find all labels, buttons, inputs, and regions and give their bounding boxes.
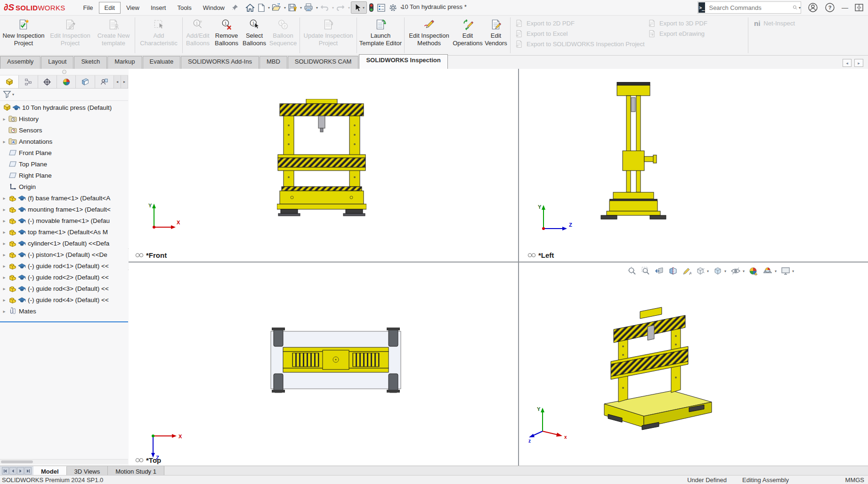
expand-arrow-icon[interactable]: ▸ (0, 263, 8, 269)
expand-arrow-icon[interactable]: ▸ (0, 218, 8, 223)
apply-scene-icon[interactable]: ▾ (763, 266, 777, 276)
tab-solidworks-inspection[interactable]: SOLIDWORKS Inspection (359, 54, 447, 69)
undo-button[interactable] (319, 2, 330, 13)
viewport-vertical-splitter[interactable] (518, 69, 519, 466)
model-tab[interactable]: Model (33, 466, 67, 476)
expand-arrow-icon[interactable]: ▸ (0, 297, 8, 303)
select-tool-button[interactable]: ▾ (351, 1, 367, 14)
tree-item-annotations[interactable]: ▸ Annotations (0, 136, 128, 147)
tree-item-sensors[interactable]: Sensors (0, 124, 128, 136)
search-icon[interactable] (793, 4, 798, 11)
new-document-caret[interactable]: ▾ (268, 6, 270, 10)
tree-item-top-plane[interactable]: Top Plane (0, 158, 128, 170)
panel-horizontal-scrollbar[interactable] (0, 459, 128, 464)
tree-item-right-plane[interactable]: Right Plane (0, 170, 128, 181)
tree-item-history[interactable]: ▸ History (0, 113, 128, 124)
open-button[interactable] (271, 2, 282, 13)
display-style-icon[interactable]: ▾ (713, 266, 726, 276)
tree-item-base-frame[interactable]: ▸ (f) base frame<1> (Default<A (0, 192, 128, 204)
home-button[interactable] (244, 2, 256, 14)
search-commands-box[interactable]: >_ ▾ (698, 1, 801, 14)
section-view-icon[interactable] (668, 266, 678, 276)
tree-item-mates[interactable]: ▸ Mates (0, 305, 128, 317)
tree-item-guide-rod-3[interactable]: ▸ (-) guide rod<3> (Default) << (0, 283, 128, 294)
tree-item-cylinder[interactable]: ▸ cylinder<1> (Default) <<Defa (0, 238, 128, 249)
expand-arrow-icon[interactable]: ▸ (0, 275, 8, 280)
select-tool-caret[interactable]: ▾ (363, 6, 365, 10)
tab-assembly[interactable]: Assembly (0, 56, 41, 69)
pane-previous-icon[interactable]: ◂ (843, 59, 852, 67)
motion-study-tab[interactable]: Motion Study 1 (108, 466, 164, 476)
tree-rollback-bar[interactable] (0, 321, 128, 322)
filter-funnel-icon[interactable] (3, 90, 11, 98)
tab-sketch[interactable]: Sketch (74, 56, 107, 69)
redo-button[interactable] (335, 2, 346, 13)
expand-arrow-icon[interactable]: ▸ (0, 207, 8, 212)
panel-tabs-scroll-left[interactable]: ◂ (114, 75, 121, 88)
tab-solidworks-addins[interactable]: SOLIDWORKS Add-Ins (181, 56, 259, 69)
new-inspection-project-button[interactable]: New Inspection Project (0, 16, 47, 55)
menu-view[interactable]: View (121, 2, 145, 14)
window-layout-button[interactable] (855, 4, 863, 11)
tab-markup[interactable]: Markup (107, 56, 142, 69)
remove-balloons-button[interactable]: Remove Balloons (212, 16, 241, 55)
tree-item-origin[interactable]: Origin (0, 181, 128, 192)
pin-menu-icon[interactable] (230, 2, 240, 14)
help-icon[interactable]: ? (825, 2, 835, 13)
expand-arrow-icon[interactable]: ▸ (0, 252, 8, 257)
account-icon[interactable] (808, 2, 818, 13)
edit-vendors-button[interactable]: Edit Vendors (483, 16, 509, 55)
expand-arrow-icon[interactable]: ▸ (0, 116, 8, 122)
select-balloons-button[interactable]: Select Balloons (241, 16, 268, 55)
viewport-isometric[interactable]: A ▾ ▾ ▾ ▾ ▾ (519, 263, 868, 466)
propertymanager-tab[interactable] (19, 75, 38, 88)
viewport-left[interactable]: Y Z *Left (519, 69, 868, 262)
dimxpertmanager-tab[interactable] (57, 75, 76, 88)
save-caret[interactable]: ▾ (300, 6, 302, 10)
tree-item-movable-frame[interactable]: ▸ (-) movable frame<1> (Defau (0, 215, 128, 226)
menu-tools[interactable]: Tools (171, 2, 197, 14)
tab-evaluate[interactable]: Evaluate (143, 56, 181, 69)
tree-item-piston[interactable]: ▸ (-) piston<1> (Default) <<De (0, 249, 128, 260)
inspection-manager-tab[interactable] (95, 75, 114, 88)
first-tab-button[interactable] (2, 467, 9, 475)
featuremanager-tab[interactable] (0, 75, 19, 88)
viewport-top[interactable]: X Z *Top (129, 263, 518, 466)
interference-check-icon[interactable] (368, 1, 375, 14)
options-list-icon[interactable] (376, 2, 387, 14)
settings-gear-icon[interactable] (388, 2, 398, 14)
tab-layout[interactable]: Layout (41, 56, 73, 69)
previous-view-icon[interactable] (655, 266, 664, 276)
next-tab-button[interactable] (17, 467, 24, 475)
tree-item-guide-rod-1[interactable]: ▸ (-) guide rod<1> (Default) << (0, 260, 128, 271)
tab-solidworks-cam[interactable]: SOLIDWORKS CAM (288, 56, 359, 69)
previous-tab-button[interactable] (9, 467, 16, 475)
tree-item-guide-rod-4[interactable]: ▸ (-) guide rod<4> (Default) << (0, 294, 128, 305)
launch-template-editor-button[interactable]: Launch Template Editor (358, 16, 403, 55)
3d-views-tab[interactable]: 3D Views (67, 466, 108, 476)
hide-show-items-icon[interactable]: ▾ (730, 266, 745, 276)
tree-item-top-frame[interactable]: ▸ top frame<1> (Default<As M (0, 226, 128, 238)
panel-tabs-scroll-right[interactable]: ▸ (121, 75, 128, 88)
tree-root[interactable]: 10 Ton hydraulic press (Default) (0, 102, 128, 113)
expand-arrow-icon[interactable]: ▸ (0, 309, 8, 314)
expand-arrow-icon[interactable]: ▸ (0, 139, 8, 144)
viewport-front[interactable]: Y X *Front (129, 69, 518, 262)
units-selector[interactable]: MMGS (845, 476, 864, 484)
last-tab-button[interactable] (24, 467, 32, 475)
search-caret[interactable]: ▾ (799, 6, 801, 10)
menu-window[interactable]: Window (197, 2, 230, 14)
scrollbar-thumb[interactable] (1, 460, 33, 463)
new-document-button[interactable] (257, 2, 266, 14)
print-caret[interactable]: ▾ (316, 6, 318, 10)
viewport-horizontal-splitter[interactable] (129, 262, 868, 263)
search-input[interactable] (708, 4, 793, 12)
view-orientation-icon[interactable]: ▾ (696, 266, 709, 276)
print-button[interactable] (303, 2, 314, 13)
displaymanager-tab[interactable] (76, 75, 95, 88)
edit-operations-button[interactable]: Edit Operations (453, 16, 483, 55)
menu-insert[interactable]: Insert (145, 2, 172, 14)
edit-appearance-icon[interactable] (749, 266, 758, 276)
zoom-to-fit-icon[interactable] (627, 266, 637, 276)
save-button[interactable]: ! (287, 2, 298, 14)
